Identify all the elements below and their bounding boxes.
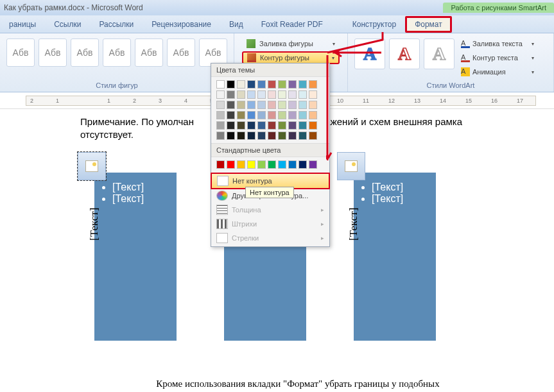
color-swatch[interactable] [227, 90, 235, 99]
color-swatch[interactable] [299, 121, 307, 130]
smartart-body[interactable]: [Текст] [Текст] [94, 173, 177, 341]
style-swatch[interactable]: Абв [71, 38, 99, 67]
color-swatch[interactable] [227, 111, 235, 119]
style-swatch[interactable]: Абв [167, 38, 195, 67]
color-swatch[interactable] [237, 160, 245, 169]
color-swatch[interactable] [278, 121, 286, 130]
no-outline-item[interactable]: Нет контура Нет контура [211, 173, 330, 189]
color-swatch[interactable] [247, 160, 255, 169]
smartart-shape[interactable]: [Текст] [Текст] [Текст] [80, 158, 196, 341]
color-swatch[interactable] [268, 121, 276, 130]
color-swatch[interactable] [278, 90, 286, 99]
color-swatch[interactable] [257, 132, 266, 140]
style-swatch[interactable]: Абв [135, 38, 163, 67]
weight-item[interactable]: Толщина ▸ [211, 203, 329, 217]
color-swatch[interactable] [299, 111, 307, 119]
color-swatch[interactable] [216, 80, 225, 89]
color-swatch[interactable] [237, 111, 245, 119]
color-swatch[interactable] [227, 101, 235, 109]
color-swatch[interactable] [309, 90, 317, 99]
color-swatch[interactable] [309, 160, 317, 169]
shape-fill-button[interactable]: Заливка фигуры ▾ [242, 37, 340, 50]
color-swatch[interactable] [247, 90, 255, 99]
color-swatch[interactable] [278, 132, 286, 140]
color-swatch[interactable] [299, 132, 307, 140]
color-swatch[interactable] [288, 121, 297, 130]
color-swatch[interactable] [309, 111, 317, 119]
color-swatch[interactable] [299, 90, 307, 99]
color-swatch[interactable] [288, 132, 297, 140]
color-swatch[interactable] [227, 160, 235, 169]
color-swatch[interactable] [309, 121, 317, 130]
text-outline-button[interactable]: А Контур текста ▾ [458, 51, 537, 64]
style-swatch[interactable]: Абв [39, 38, 67, 67]
color-swatch[interactable] [278, 101, 286, 109]
color-swatch[interactable] [237, 101, 245, 109]
color-swatch[interactable] [268, 160, 276, 169]
color-swatch[interactable] [268, 132, 276, 140]
color-swatch[interactable] [247, 121, 255, 130]
wordart-swatch[interactable]: А [389, 38, 420, 69]
style-swatch[interactable]: Абв [103, 38, 131, 67]
tab-mailings[interactable]: Рассылки [90, 17, 143, 32]
color-swatch[interactable] [216, 121, 225, 130]
tab-page[interactable]: раницы [0, 17, 45, 32]
color-swatch[interactable] [309, 80, 317, 89]
color-swatch[interactable] [237, 90, 245, 99]
color-swatch[interactable] [247, 111, 255, 119]
color-swatch[interactable] [288, 111, 297, 119]
wordart-gallery[interactable]: А А А [353, 36, 456, 80]
smartart-image-placeholder[interactable] [337, 152, 365, 180]
tab-format[interactable]: Формат [405, 16, 452, 33]
color-swatch[interactable] [257, 101, 266, 109]
dashes-item[interactable]: Штрихи ▸ [211, 217, 329, 231]
color-swatch[interactable] [299, 101, 307, 109]
color-swatch[interactable] [257, 160, 266, 169]
color-swatch[interactable] [216, 101, 225, 109]
color-swatch[interactable] [257, 121, 266, 130]
color-swatch[interactable] [216, 111, 225, 119]
color-swatch[interactable] [237, 80, 245, 89]
color-swatch[interactable] [299, 80, 307, 89]
color-swatch[interactable] [299, 160, 307, 169]
color-swatch[interactable] [227, 132, 235, 140]
color-swatch[interactable] [268, 80, 276, 89]
color-swatch[interactable] [288, 80, 297, 89]
color-swatch[interactable] [216, 132, 225, 140]
tab-constructor[interactable]: Конструктор [343, 17, 405, 32]
color-swatch[interactable] [227, 80, 235, 89]
shape-outline-button[interactable]: Контур фигуры ▾ [242, 51, 340, 64]
color-swatch[interactable] [216, 160, 225, 169]
smartart-body[interactable]: [Текст] [Текст] [354, 173, 436, 341]
color-swatch[interactable] [216, 90, 225, 99]
color-swatch[interactable] [309, 101, 317, 109]
color-swatch[interactable] [278, 80, 286, 89]
tab-links[interactable]: Ссылки [45, 17, 90, 32]
shape-outline-dropdown[interactable]: Цвета темы Стандартные цвета Нет контура… [211, 63, 330, 247]
smartart-shape[interactable]: [Текст] [Текст] [Текст] [340, 158, 455, 341]
color-swatch[interactable] [247, 132, 255, 140]
color-swatch[interactable] [227, 121, 235, 130]
standard-color-grid[interactable] [211, 157, 329, 172]
tab-view[interactable]: Вид [220, 17, 252, 32]
color-swatch[interactable] [247, 80, 255, 89]
wordart-swatch[interactable]: А [354, 38, 385, 69]
color-swatch[interactable] [288, 90, 297, 99]
color-swatch[interactable] [278, 160, 286, 169]
color-swatch[interactable] [237, 132, 245, 140]
color-swatch[interactable] [309, 132, 317, 140]
color-swatch[interactable] [278, 111, 286, 119]
color-swatch[interactable] [247, 101, 255, 109]
color-swatch[interactable] [268, 111, 276, 119]
arrows-item[interactable]: Стрелки ▸ [211, 231, 329, 245]
shape-style-gallery[interactable]: Абв Абв Абв Абв Абв Абв Абв [5, 36, 229, 69]
smartart-image-placeholder[interactable] [78, 152, 106, 180]
color-swatch[interactable] [257, 90, 266, 99]
color-swatch[interactable] [257, 80, 266, 89]
color-swatch[interactable] [268, 90, 276, 99]
color-swatch[interactable] [288, 101, 297, 109]
color-swatch[interactable] [237, 121, 245, 130]
theme-color-grid[interactable] [211, 77, 329, 143]
animation-button[interactable]: А Анимация ▾ [458, 65, 537, 78]
style-swatch[interactable]: Абв [6, 38, 35, 67]
